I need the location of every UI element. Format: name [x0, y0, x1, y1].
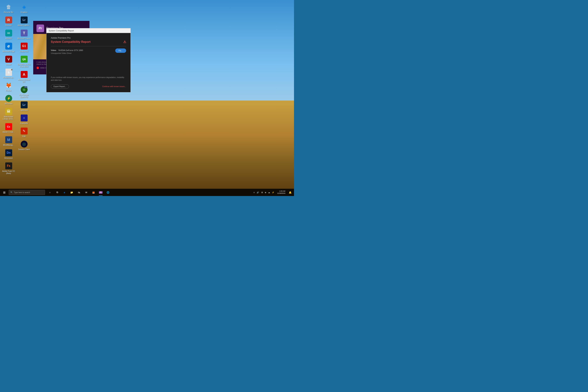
godox-icon: G1: [20, 42, 28, 50]
solstice-label: Solstice Client: [18, 148, 30, 151]
analysis-label: AnalysisLog...: [3, 76, 14, 79]
taskbar-explorer-icon: 📁: [70, 191, 73, 194]
teams-icon: T: [20, 30, 28, 37]
recycle-bin-label: Recycle Bin: [4, 11, 14, 14]
tray-volume-icon[interactable]: 🔊: [256, 191, 260, 194]
watchtower-label: Watchtower Library 2015...: [2, 116, 16, 120]
lightroom-label: Adobe Lightro...: [18, 24, 30, 26]
dialog-divider: [51, 46, 126, 46]
dialog-warning-text: If you continue with known issues, you m…: [51, 76, 126, 82]
desktop-icon-dimension[interactable]: Dn Dimension: [1, 148, 16, 161]
desktop-icon-lightroom2[interactable]: Lr Lightroom: [16, 100, 32, 113]
notification-center-button[interactable]: 🔔: [288, 189, 293, 196]
fuse-icon: Fs: [5, 162, 12, 170]
acrobat-icon: A: [20, 71, 28, 78]
desktop-icon-lightroom[interactable]: Lr Adobe Lightro...: [16, 15, 32, 28]
desktop-icon-viewer[interactable]: V Viewer: [1, 54, 16, 67]
desktop-icon-analysis[interactable]: 📄 AnalysisLog...: [1, 67, 16, 80]
google-earth-label: Pro Google Earth Pro: [17, 94, 31, 98]
fuse-label: Adobe Fuse CC (Beta): [2, 170, 16, 174]
desktop-icon-adobe-cc[interactable]: Cc Adobe Creati...: [1, 122, 16, 135]
arduino-label: Arduino: [6, 38, 12, 40]
taskbar-firefox-btn[interactable]: 🦊: [90, 189, 97, 196]
lightroom2-icon: Lr: [20, 101, 28, 108]
desktop-icon-examplify[interactable]: ≡ Examplify: [16, 113, 32, 126]
cc-logo-icon: Cc: [36, 66, 39, 69]
dialog-report-title: System Compatibility Report ⚠: [51, 40, 126, 44]
tray-display-icon[interactable]: 🖥: [260, 191, 264, 194]
remote-icon: R: [5, 16, 12, 24]
lightroom-icon: Lr: [20, 16, 28, 24]
desktop-icon-solstice[interactable]: ◎ Solstice Client: [16, 139, 32, 152]
adobe-cc-icon: Cc: [5, 123, 12, 130]
desktop-icons-container: 🗑 Recycle Bin R Remote ∞ Arduino e Micro…: [0, 0, 33, 189]
bittorrent-label: BitTorrent: [5, 103, 12, 105]
dropbox-icon: ◈: [20, 3, 28, 10]
edge-label: Microsoft Edge: [2, 50, 15, 53]
remote-label: Remote: [6, 24, 12, 26]
watchtower-icon: 🏛: [5, 108, 12, 115]
examplify-icon: ≡: [20, 114, 28, 122]
desktop-icon-godox[interactable]: G1 Godox G1: [16, 41, 32, 54]
dropbox-label: Dropbox: [21, 11, 28, 14]
desktop-icon-edit[interactable]: ✎ Edit: [16, 126, 32, 139]
taskbar-cortana-btn[interactable]: ○: [46, 189, 53, 196]
export-report-button[interactable]: Export Report...: [51, 84, 69, 88]
desktop-icon-fuse[interactable]: Fs Adobe Fuse CC (Beta): [1, 161, 16, 176]
desktop-icon-mindmanager[interactable]: M MindManag...: [1, 135, 16, 148]
continue-with-issues-button[interactable]: Continue with known issues...: [102, 86, 126, 88]
viewer-icon: V: [5, 56, 12, 63]
taskbar-mail-btn[interactable]: ✉: [83, 189, 90, 196]
taskbar-premiere-icon: Pr: [99, 191, 103, 194]
lightroom2-label: Lightroom: [20, 109, 28, 112]
taskbar-date-display: 11/29/2019: [277, 192, 285, 194]
desktop-icon-dropbox[interactable]: ◈ Dropbox: [16, 2, 32, 15]
taskbar-premiere-btn[interactable]: Pr: [97, 189, 104, 196]
desktop-icon-arduino[interactable]: ∞ Arduino: [1, 28, 16, 41]
desktop-icon-remote[interactable]: R Remote: [1, 15, 16, 28]
tray-dropbox-tray-icon[interactable]: ◈: [264, 191, 267, 194]
video-info: Video NVIDIA GeForce GTX 1060 Unsupporte…: [51, 48, 115, 54]
start-button[interactable]: ⊞: [0, 189, 8, 196]
edit-label: Edit: [22, 136, 26, 138]
fix-button[interactable]: Fix...: [115, 48, 126, 53]
tray-network-icon[interactable]: ⚡: [271, 191, 275, 194]
taskbar-explorer-btn[interactable]: 📁: [68, 189, 75, 196]
start-icon: ⊞: [3, 191, 6, 194]
taskbar: ⊞ 🔍 Type here to search ○ ⧉ e 📁 🛍 ✉: [0, 189, 294, 196]
adobe-cc-label: Adobe Creati...: [2, 131, 15, 133]
taskbar-system-tray: ∧ 🔊 🖥 ◈ ☁ ⚡ 1:03 AM 11/29/2019 🔔: [253, 189, 294, 196]
desktop-icon-edge[interactable]: e Microsoft Edge: [1, 41, 16, 54]
taskbar-browser-btn[interactable]: 🌐: [104, 189, 112, 196]
firefox-icon: 🦊: [5, 82, 12, 89]
desktop-icon-acrobat[interactable]: A Adobe Acrobat DC: [16, 69, 32, 84]
video-device-name: NVIDIA GeForce GTX 1060: [58, 49, 83, 51]
taskbar-search-box[interactable]: 🔍 Type here to search: [9, 190, 45, 195]
desktop-icon-recycle-bin[interactable]: 🗑 Recycle Bin: [1, 2, 16, 15]
teams-label: Microsoft Teams: [18, 38, 31, 40]
tray-chevron-icon[interactable]: ∧: [253, 191, 255, 194]
video-issue-section: Video NVIDIA GeForce GTX 1060 Unsupporte…: [51, 48, 126, 54]
taskbar-edge-btn[interactable]: e: [61, 189, 68, 196]
notification-icon: 🔔: [289, 191, 292, 194]
desktop-icon-google-earth[interactable]: Pro ⊕ Pro Google Earth Pro: [16, 84, 32, 100]
dialog-actions: Export Report... Continue with known iss…: [51, 84, 126, 88]
taskbar-task-view-btn[interactable]: ⧉: [54, 189, 60, 196]
acrobat-label: Adobe Acrobat DC: [17, 79, 31, 83]
desktop-icon-teams[interactable]: T Microsoft Teams: [16, 28, 32, 41]
taskbar-store-btn[interactable]: 🛍: [76, 189, 82, 196]
taskbar-clock[interactable]: 1:03 AM 11/29/2019: [276, 190, 287, 194]
desktop-icon-quickbooks[interactable]: QB QuickBooks Pro Plus 2019: [16, 54, 32, 69]
tray-cloud-icon[interactable]: ☁: [268, 191, 270, 194]
desktop-icon-watchtower[interactable]: 🏛 Watchtower Library 2015...: [1, 106, 16, 122]
solstice-icon: ◎: [20, 140, 28, 148]
quickbooks-icon: QB: [20, 56, 28, 63]
desktop-icon-bittorrent[interactable]: ⚡ BitTorrent: [1, 93, 16, 106]
ground-background: [0, 100, 294, 189]
examplify-label: Examplify: [20, 122, 28, 124]
viewer-label: Viewer: [6, 64, 11, 66]
system-compat-dialog[interactable]: System Compatibility Report Adobe Premie…: [46, 28, 131, 92]
godox-label: Godox G1: [20, 50, 28, 53]
desktop-icon-firefox[interactable]: 🦊 Firefox: [1, 80, 16, 93]
arduino-icon: ∞: [5, 30, 12, 37]
